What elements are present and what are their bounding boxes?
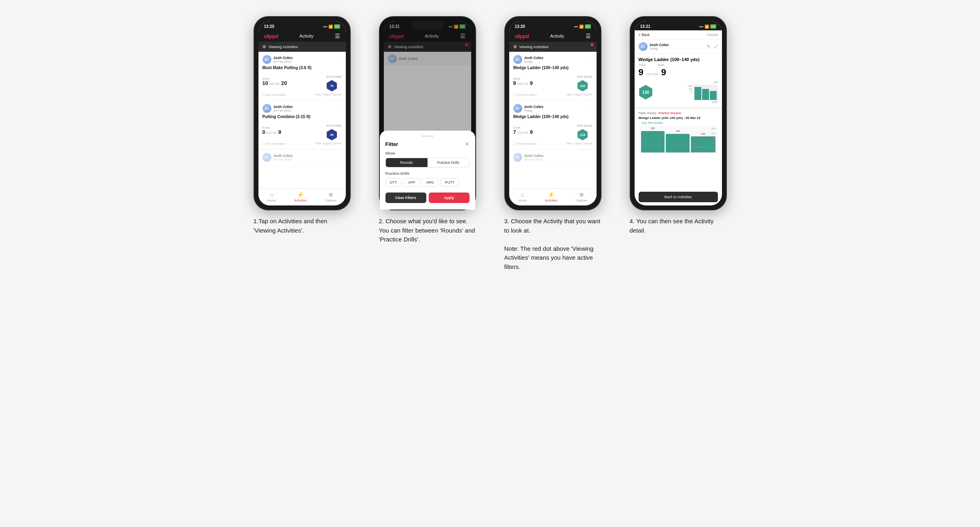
viewing-banner-1[interactable]: ⚙ Viewing Activities	[258, 42, 346, 52]
rounds-btn-2[interactable]: Rounds	[386, 158, 428, 167]
outof-3-2: OUT OF	[518, 131, 528, 134]
hex-1-2: 45	[326, 129, 337, 140]
shots-val-1-1: 20	[281, 80, 287, 86]
user-details-4: Josh Coles Today	[650, 43, 669, 51]
avatar-1-2: JC	[262, 104, 271, 113]
nav-activities-3[interactable]: ⚡ Activities	[545, 191, 558, 202]
avg-label-4: ← Avg Shot Quality	[639, 121, 718, 124]
cancel-btn-4[interactable]: Cancel	[706, 33, 718, 37]
home-icon-3: ⌂	[521, 191, 524, 198]
activity-card-3-3[interactable]: JC Josh Coles 28 Feb 2023	[509, 150, 597, 167]
card-footer-3-1: ⓘ Test Information Data: Clippd Capture	[513, 93, 593, 97]
mini-bar-chart-4	[694, 85, 718, 101]
user-name-4: Josh Coles	[650, 43, 669, 47]
user-name-1-3: Josh Coles	[273, 154, 293, 158]
bar-2-4	[702, 89, 709, 100]
avatar-1-1: JC	[262, 55, 271, 64]
quality-label-1-2: Shot Quality	[326, 124, 341, 127]
phone-4: 13:21 ▪▪▪ 📶 84 < Back Cancel JC	[630, 16, 727, 210]
phone-3-content: JC Josh Coles Today ··· Wedge Ladder (10…	[509, 52, 597, 188]
score-val-3-2: 7	[513, 129, 516, 135]
nav-capture-1[interactable]: ⊕ Capture	[325, 191, 337, 202]
drills-btn-2[interactable]: Practice Drills	[428, 158, 469, 167]
phone-1: 13:20 ▪▪▪ 📶 84 clippd Activity ☰ ⚙ Vi	[254, 16, 351, 210]
user-date-1-3: 28 Feb 2023	[273, 158, 293, 161]
quality-section-4: 130 130 100 50 0	[639, 81, 718, 104]
caption-4: 4. You can then see the Activity detail.	[630, 217, 727, 235]
detail-title-row-4: Wedge Ladder (100–140 yds) Score Shots 9…	[639, 57, 718, 78]
chart-label-4: APP	[656, 101, 718, 104]
chart-axis-labels-4: 130	[656, 81, 718, 84]
menu-icon-3[interactable]: ☰	[586, 33, 591, 39]
card-dots-1-2[interactable]: ···	[336, 104, 341, 110]
status-icons-1: ▪▪▪ 📶 84	[323, 24, 340, 29]
activity-title-1-2: Putting Combine (3-15 ft)	[262, 114, 342, 119]
quality-badge-3-2: Shot Quality 118	[577, 121, 592, 140]
viewing-banner-3[interactable]: ⚙ Viewing Activities	[509, 42, 597, 52]
card-dots-3-2[interactable]: ···	[587, 104, 592, 110]
activity-title-3-1: Wedge Ladder (100–140 yds)	[513, 66, 593, 70]
drill-app-2[interactable]: APP	[404, 178, 420, 187]
card-header-1-1: JC Josh Coles 28 Feb 2023 ···	[262, 55, 342, 64]
bar-1-4	[694, 87, 701, 100]
detail-actions-4: ✎ ⤢	[707, 44, 718, 49]
battery-icon: 84	[334, 24, 340, 29]
shots-val-4: 9	[661, 67, 666, 78]
drill-arg-2[interactable]: ARG	[422, 178, 439, 187]
user-info-3-1: JC Josh Coles Today	[513, 55, 544, 64]
status-time-1: 13:20	[264, 24, 275, 29]
apply-btn-2[interactable]: Apply	[429, 193, 470, 203]
stats-row-3-1: Score 9 OUT OF 9 Shot Quality 1	[513, 72, 593, 91]
caption-3: 3. Choose the Activity that you want to …	[504, 217, 601, 271]
user-info-3-2: JC Josh Coles Today	[513, 104, 544, 113]
card-dots-3-1[interactable]: ···	[587, 55, 592, 61]
back-btn-4[interactable]: < Back	[639, 33, 650, 37]
filter-close-2[interactable]: ✕	[465, 141, 470, 147]
edit-icon-4[interactable]: ✎	[707, 44, 711, 49]
clear-filters-btn-2[interactable]: Clear Filters	[385, 193, 426, 203]
nav-home-1[interactable]: ⌂ Home	[267, 191, 276, 202]
caption-2: 2. Choose what you'd like to see. You ca…	[379, 217, 476, 244]
user-date-3-2: Today	[524, 109, 544, 112]
card-header-3-2: JC Josh Coles Today ···	[513, 104, 593, 113]
user-details-1-2: Josh Coles 28 Feb 2023	[273, 105, 293, 112]
quality-label-1-1: Shot Quality	[326, 75, 341, 78]
detail-user-info-4: JC Josh Coles Today	[639, 42, 669, 51]
avatar-3-1: JC	[513, 55, 522, 64]
phone-notch-3	[537, 21, 569, 30]
quality-badge-3-1: Shot Quality 130	[577, 72, 592, 91]
card-footer-1-2: ⓘ Test Information Data: Clippd Capture	[262, 142, 342, 146]
nav-capture-3[interactable]: ⊕ Capture	[576, 191, 587, 202]
menu-icon-1[interactable]: ☰	[335, 33, 340, 39]
user-details-3-2: Josh Coles Today	[524, 105, 544, 112]
nav-activities-1[interactable]: ⚡ Activities	[294, 191, 307, 202]
home-icon-1: ⌂	[270, 191, 273, 198]
nav-bar-3: clippd Activity ☰	[509, 30, 597, 42]
activity-card-1-2[interactable]: JC Josh Coles 28 Feb 2023 ··· Putting Co…	[258, 101, 346, 150]
hex-3-1: 130	[577, 80, 588, 91]
activity-card-1-3[interactable]: JC Josh Coles 28 Feb 2023	[258, 150, 346, 167]
activity-card-3-2[interactable]: JC Josh Coles Today ··· Wedge Ladder (10…	[509, 101, 597, 150]
score-label-4: Score	[639, 63, 646, 66]
nav-home-3[interactable]: ⌂ Home	[518, 191, 527, 202]
phones-row: 13:20 ▪▪▪ 📶 84 clippd Activity ☰ ⚙ Vi	[246, 16, 735, 271]
card-header-1-2: JC Josh Coles 28 Feb 2023 ···	[262, 104, 342, 113]
activity-card-1-1[interactable]: JC Josh Coles 28 Feb 2023 ··· Must Make …	[258, 52, 346, 101]
activity-card-3-1[interactable]: JC Josh Coles Today ··· Wedge Ladder (10…	[509, 52, 597, 101]
filter-sheet-2: Filter ✕ Show Rounds Practice Drills Pra…	[384, 131, 471, 205]
drill-putt-2[interactable]: PUTT	[440, 178, 459, 187]
expand-icon-4[interactable]: ⤢	[714, 44, 718, 49]
filter-actions-2: Clear Filters Apply	[385, 193, 470, 203]
quality-val-3-1: 130	[580, 84, 585, 88]
card-footer-1-1: ⓘ Test Information Data: Clippd Capture	[262, 93, 342, 97]
drill-ott-2[interactable]: OTT	[385, 178, 402, 187]
chart-axis-labels-mid-4: 100 50 0	[656, 85, 718, 101]
card-dots-1-1[interactable]: ···	[336, 55, 341, 61]
info-right-3-1: Data: Clippd Capture	[566, 93, 592, 97]
back-to-activities-btn-4[interactable]: Back to Activities	[639, 192, 718, 202]
red-dot-3	[591, 43, 593, 46]
user-info-1-1: JC Josh Coles 28 Feb 2023	[262, 55, 293, 64]
user-name-3-1: Josh Coles	[524, 56, 544, 60]
quality-val-3-2: 118	[580, 133, 585, 137]
logo-1: clippd	[264, 33, 278, 39]
